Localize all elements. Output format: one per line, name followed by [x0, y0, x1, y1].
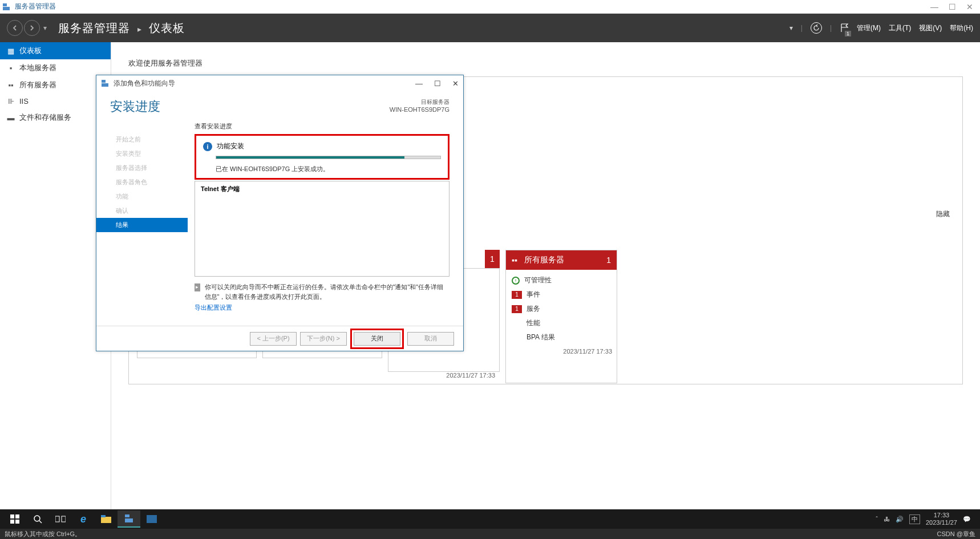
prev-button: < 上一步(P) [250, 332, 297, 346]
server-icon: ▪ [7, 64, 15, 72]
nav-back-button[interactable] [7, 20, 23, 36]
nav-dropdown-icon[interactable]: ▾ [43, 24, 47, 32]
sidebar-item-label: IIS [19, 97, 29, 106]
svg-rect-15 [125, 518, 133, 522]
servers-icon: ▪▪ [7, 81, 15, 90]
action-center-icon[interactable]: 💬 [963, 516, 971, 523]
task-view-button[interactable] [49, 510, 72, 528]
taskbar-clock[interactable]: 17:33 2023/11/27 [926, 512, 957, 526]
server-manager-taskbar-icon[interactable] [118, 510, 140, 528]
wizard-close-button[interactable]: ✕ [452, 79, 459, 88]
tile-count: 1 [606, 256, 611, 265]
welcome-heading: 欢迎使用服务器管理器 [128, 54, 963, 76]
menu-tools[interactable]: 工具(T) [889, 23, 911, 33]
sidebar-item-local-server[interactable]: ▪ 本地服务器 [0, 59, 111, 76]
wizard-title: 添加角色和功能向导 [114, 79, 415, 88]
wizard-step-before: 开始之前 [110, 132, 190, 147]
row-label: 服务 [527, 304, 540, 314]
progress-bar [216, 156, 441, 159]
close-wizard-button[interactable]: 关闭 [354, 332, 400, 346]
maximize-button[interactable]: ☐ [949, 2, 956, 11]
svg-rect-1 [3, 7, 10, 10]
app-taskbar-icon[interactable] [140, 510, 163, 528]
status-right: CSDN @章鱼 [937, 530, 975, 538]
sidebar-item-file-storage[interactable]: ▬ 文件和存储服务 ▸ [0, 109, 111, 126]
row-label: 性能 [527, 318, 540, 328]
tile-badge: 1 [485, 250, 500, 268]
start-button[interactable] [3, 510, 26, 528]
ie-icon[interactable]: e [72, 510, 95, 528]
header-right: ▾ | | 1 管理(M) 工具(T) 视图(V) 帮助(H) [789, 22, 973, 34]
tile-title: 所有服务器 [524, 255, 564, 265]
dropdown-icon[interactable]: ▾ [789, 24, 793, 32]
ime-indicator[interactable]: 中 [909, 514, 920, 524]
iis-icon: ⊪ [7, 97, 15, 106]
tile-row-performance[interactable]: 性能 [512, 316, 611, 330]
notifications-flag-icon[interactable]: 1 [840, 23, 849, 33]
sidebar-item-iis[interactable]: ⊪ IIS [0, 94, 111, 109]
separator: | [830, 24, 832, 32]
highlight-box-progress: i 功能安装 已在 WIN-EOHT6S9DP7G 上安装成功。 [195, 134, 449, 180]
search-button[interactable] [26, 510, 49, 528]
breadcrumb-root[interactable]: 服务器管理器 [58, 22, 130, 34]
wizard-heading: 安装进度 目标服务器 WIN-EOHT6S9DP7G [96, 91, 463, 117]
refresh-icon[interactable] [811, 22, 822, 34]
svg-rect-11 [62, 516, 66, 522]
ok-icon: ↑ [512, 277, 520, 285]
tile-row-manageability[interactable]: ↑ 可管理性 [512, 273, 611, 287]
nav-arrows: ▾ [7, 20, 47, 36]
wizard-step-roles: 服务器角色 [110, 175, 190, 189]
window-title: 服务器管理器 [15, 2, 930, 11]
svg-point-8 [34, 516, 40, 521]
info-icon: i [203, 142, 212, 151]
breadcrumb-page[interactable]: 仪表板 [149, 22, 185, 34]
menu-help[interactable]: 帮助(H) [950, 23, 973, 33]
hide-link[interactable]: 隐藏 [936, 209, 950, 219]
tray-chevron-icon[interactable]: ˆ [876, 516, 878, 522]
close-button[interactable]: ✕ [966, 2, 973, 11]
tile-all-servers[interactable]: ▪▪ 所有服务器 1 ↑ 可管理性 1 事件 1 服务 性能 [505, 250, 617, 383]
notifications-badge: 1 [845, 31, 851, 37]
storage-icon: ▬ [7, 114, 15, 122]
nav-forward-button[interactable] [24, 20, 40, 36]
wizard-dialog: 添加角色和功能向导 — ☐ ✕ 安装进度 目标服务器 WIN-EOHT6S9DP… [96, 75, 464, 351]
network-icon[interactable]: 🖧 [884, 516, 890, 522]
svg-rect-6 [10, 520, 14, 524]
wizard-icon [101, 79, 110, 88]
tile-header: ▪▪ 所有服务器 1 [506, 250, 617, 270]
sidebar-item-all-servers[interactable]: ▪▪ 所有服务器 [0, 76, 111, 94]
wizard-titlebar[interactable]: 添加角色和功能向导 — ☐ ✕ [96, 75, 463, 91]
explorer-icon[interactable] [95, 510, 118, 528]
menu-manage[interactable]: 管理(M) [857, 23, 881, 33]
wizard-step-type: 安装类型 [110, 147, 190, 161]
info-title: 功能安装 [217, 141, 244, 151]
menu-view[interactable]: 视图(V) [919, 23, 942, 33]
export-config-link[interactable]: 导出配置设置 [195, 303, 232, 312]
highlight-box-close: 关闭 [350, 329, 404, 349]
sidebar-item-label: 本地服务器 [19, 63, 56, 73]
row-label: BPA 结果 [527, 333, 555, 342]
sidebar-item-dashboard[interactable]: ▦ 仪表板 [0, 42, 111, 59]
sidebar-item-label: 所有服务器 [19, 80, 56, 90]
minimize-button[interactable]: — [930, 2, 938, 11]
next-button: 下一步(N) > [300, 332, 347, 346]
row-label: 可管理性 [524, 275, 552, 285]
svg-rect-2 [102, 80, 106, 83]
wizard-maximize-button[interactable]: ☐ [434, 79, 441, 88]
tile-row-services[interactable]: 1 服务 [512, 302, 611, 316]
tile-row-events[interactable]: 1 事件 [512, 287, 611, 302]
volume-icon[interactable]: 🔊 [896, 516, 904, 523]
svg-rect-16 [147, 515, 157, 523]
target-server-name: WIN-EOHT6S9DP7G [390, 106, 449, 113]
wizard-step-server: 服务器选择 [110, 161, 190, 175]
tile-row-bpa[interactable]: BPA 结果 [512, 330, 611, 345]
breadcrumb-separator-icon: ▸ [137, 25, 142, 34]
tile-timestamp: 2023/11/27 17:33 [388, 372, 500, 383]
wizard-minimize-button[interactable]: — [415, 79, 423, 88]
error-badge: 1 [512, 305, 522, 313]
progress-fill [216, 156, 404, 159]
wizard-body: 开始之前 安装类型 服务器选择 服务器角色 功能 确认 结果 查看安装进度 i … [96, 117, 463, 317]
note-text: 你可以关闭此向导而不中断正在运行的任务。请依次单击命令栏中的"通知"和"任务详细… [205, 282, 449, 301]
sidebar-item-label: 仪表板 [19, 46, 42, 56]
servers-icon: ▪▪ [512, 256, 517, 265]
